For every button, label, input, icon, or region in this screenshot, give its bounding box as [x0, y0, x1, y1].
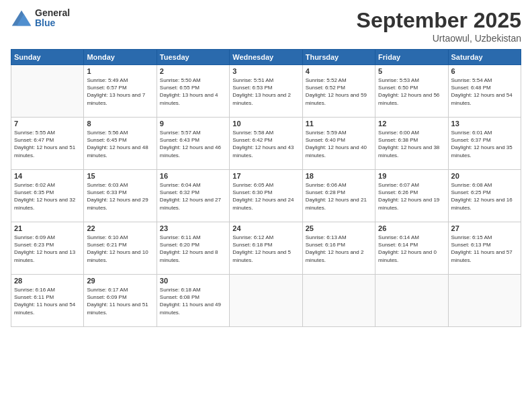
day-info: Sunrise: 5:57 AMSunset: 6:43 PMDaylight:…: [160, 129, 226, 159]
day-number: 8: [87, 120, 153, 128]
logo-blue: Blue: [35, 18, 70, 28]
day-number: 1: [87, 67, 153, 75]
day-info: Sunrise: 6:16 AMSunset: 6:11 PMDaylight:…: [14, 286, 81, 316]
day-info: Sunrise: 6:13 AMSunset: 6:16 PMDaylight:…: [306, 234, 372, 264]
calendar-cell: [230, 275, 302, 327]
day-info: Sunrise: 6:06 AMSunset: 6:28 PMDaylight:…: [306, 181, 372, 212]
calendar-cell: 11Sunrise: 5:59 AMSunset: 6:40 PMDayligh…: [302, 118, 375, 170]
calendar-cell: [11, 65, 84, 118]
calendar-cell: 19Sunrise: 6:07 AMSunset: 6:26 PMDayligh…: [375, 170, 448, 222]
day-info: Sunrise: 6:02 AMSunset: 6:35 PMDaylight:…: [14, 181, 81, 212]
day-number: 6: [451, 67, 518, 75]
day-info: Sunrise: 6:12 AMSunset: 6:18 PMDaylight:…: [232, 234, 299, 264]
logo-general: General: [35, 8, 70, 18]
header-day-sunday: Sunday: [11, 50, 84, 65]
month-title: September 2025: [357, 8, 521, 33]
day-number: 24: [232, 224, 299, 232]
calendar-cell: 20Sunrise: 6:08 AMSunset: 6:25 PMDayligh…: [448, 170, 521, 222]
calendar-cell: 27Sunrise: 6:15 AMSunset: 6:13 PMDayligh…: [448, 222, 521, 275]
logo-text: General Blue: [35, 8, 70, 29]
calendar-cell: 17Sunrise: 6:05 AMSunset: 6:30 PMDayligh…: [230, 170, 302, 222]
day-number: 25: [306, 224, 372, 232]
header-row-days: SundayMondayTuesdayWednesdayThursdayFrid…: [11, 50, 521, 65]
calendar-table: SundayMondayTuesdayWednesdayThursdayFrid…: [11, 49, 521, 327]
day-info: Sunrise: 5:59 AMSunset: 6:40 PMDaylight:…: [306, 129, 372, 159]
header-day-tuesday: Tuesday: [157, 50, 229, 65]
calendar-cell: [302, 275, 375, 327]
header-day-friday: Friday: [375, 50, 448, 65]
day-number: 7: [14, 120, 81, 128]
day-info: Sunrise: 6:10 AMSunset: 6:21 PMDaylight:…: [87, 234, 153, 264]
day-number: 23: [160, 224, 226, 232]
logo: General Blue: [11, 8, 70, 29]
calendar-cell: 24Sunrise: 6:12 AMSunset: 6:18 PMDayligh…: [230, 222, 302, 275]
calendar-cell: 15Sunrise: 6:03 AMSunset: 6:33 PMDayligh…: [84, 170, 157, 222]
day-info: Sunrise: 5:54 AMSunset: 6:48 PMDaylight:…: [451, 77, 518, 107]
day-number: 15: [87, 172, 153, 180]
calendar-cell: 3Sunrise: 5:51 AMSunset: 6:53 PMDaylight…: [230, 65, 302, 118]
calendar-cell: 29Sunrise: 6:17 AMSunset: 6:09 PMDayligh…: [84, 275, 157, 327]
calendar-week-0: 1Sunrise: 5:49 AMSunset: 6:57 PMDaylight…: [11, 65, 521, 118]
day-info: Sunrise: 5:53 AMSunset: 6:50 PMDaylight:…: [378, 77, 445, 107]
calendar-cell: [375, 275, 448, 327]
day-info: Sunrise: 6:00 AMSunset: 6:38 PMDaylight:…: [378, 129, 445, 159]
day-number: 28: [14, 277, 81, 285]
calendar-cell: 14Sunrise: 6:02 AMSunset: 6:35 PMDayligh…: [11, 170, 84, 222]
calendar-cell: 30Sunrise: 6:18 AMSunset: 6:08 PMDayligh…: [157, 275, 229, 327]
day-number: 10: [232, 120, 299, 128]
day-info: Sunrise: 5:49 AMSunset: 6:57 PMDaylight:…: [87, 77, 153, 107]
calendar-cell: 16Sunrise: 6:04 AMSunset: 6:32 PMDayligh…: [157, 170, 229, 222]
calendar-cell: 2Sunrise: 5:50 AMSunset: 6:55 PMDaylight…: [157, 65, 229, 118]
day-info: Sunrise: 5:55 AMSunset: 6:47 PMDaylight:…: [14, 129, 81, 159]
day-number: 30: [160, 277, 226, 285]
day-info: Sunrise: 5:50 AMSunset: 6:55 PMDaylight:…: [160, 77, 226, 107]
location: Urtaowul, Uzbekistan: [357, 33, 521, 44]
header-day-saturday: Saturday: [448, 50, 521, 65]
calendar-cell: 4Sunrise: 5:52 AMSunset: 6:52 PMDaylight…: [302, 65, 375, 118]
calendar-cell: [448, 275, 521, 327]
day-number: 19: [378, 172, 445, 180]
calendar-cell: 10Sunrise: 5:58 AMSunset: 6:42 PMDayligh…: [230, 118, 302, 170]
day-number: 22: [87, 224, 153, 232]
calendar-cell: 26Sunrise: 6:14 AMSunset: 6:14 PMDayligh…: [375, 222, 448, 275]
calendar-cell: 23Sunrise: 6:11 AMSunset: 6:20 PMDayligh…: [157, 222, 229, 275]
day-number: 29: [87, 277, 153, 285]
day-info: Sunrise: 6:11 AMSunset: 6:20 PMDaylight:…: [160, 234, 226, 264]
day-number: 14: [14, 172, 81, 180]
calendar-week-2: 14Sunrise: 6:02 AMSunset: 6:35 PMDayligh…: [11, 170, 521, 222]
day-number: 11: [306, 120, 372, 128]
day-number: 12: [378, 120, 445, 128]
calendar-cell: 21Sunrise: 6:09 AMSunset: 6:23 PMDayligh…: [11, 222, 84, 275]
calendar-cell: 12Sunrise: 6:00 AMSunset: 6:38 PMDayligh…: [375, 118, 448, 170]
header-day-thursday: Thursday: [302, 50, 375, 65]
day-info: Sunrise: 5:58 AMSunset: 6:42 PMDaylight:…: [232, 129, 299, 159]
day-info: Sunrise: 6:15 AMSunset: 6:13 PMDaylight:…: [451, 234, 518, 264]
calendar-cell: 5Sunrise: 5:53 AMSunset: 6:50 PMDaylight…: [375, 65, 448, 118]
calendar-body: 1Sunrise: 5:49 AMSunset: 6:57 PMDaylight…: [11, 65, 521, 327]
day-number: 21: [14, 224, 81, 232]
calendar-cell: 22Sunrise: 6:10 AMSunset: 6:21 PMDayligh…: [84, 222, 157, 275]
calendar-header: SundayMondayTuesdayWednesdayThursdayFrid…: [11, 50, 521, 65]
day-number: 26: [378, 224, 445, 232]
day-number: 9: [160, 120, 226, 128]
day-info: Sunrise: 6:17 AMSunset: 6:09 PMDaylight:…: [87, 286, 153, 316]
calendar-cell: 9Sunrise: 5:57 AMSunset: 6:43 PMDaylight…: [157, 118, 229, 170]
day-info: Sunrise: 6:18 AMSunset: 6:08 PMDaylight:…: [160, 286, 226, 316]
calendar-cell: 28Sunrise: 6:16 AMSunset: 6:11 PMDayligh…: [11, 275, 84, 327]
page: General Blue September 2025 Urtaowul, Uz…: [0, 0, 532, 411]
day-info: Sunrise: 6:03 AMSunset: 6:33 PMDaylight:…: [87, 181, 153, 212]
calendar-cell: 6Sunrise: 5:54 AMSunset: 6:48 PMDaylight…: [448, 65, 521, 118]
day-number: 16: [160, 172, 226, 180]
day-number: 13: [451, 120, 518, 128]
day-info: Sunrise: 6:07 AMSunset: 6:26 PMDaylight:…: [378, 181, 445, 212]
calendar-cell: 18Sunrise: 6:06 AMSunset: 6:28 PMDayligh…: [302, 170, 375, 222]
day-info: Sunrise: 6:14 AMSunset: 6:14 PMDaylight:…: [378, 234, 445, 264]
day-info: Sunrise: 6:01 AMSunset: 6:37 PMDaylight:…: [451, 129, 518, 159]
day-number: 17: [232, 172, 299, 180]
day-info: Sunrise: 6:05 AMSunset: 6:30 PMDaylight:…: [232, 181, 299, 212]
title-block: September 2025 Urtaowul, Uzbekistan: [357, 8, 521, 44]
header-day-wednesday: Wednesday: [230, 50, 302, 65]
logo-icon: [11, 9, 32, 28]
day-number: 4: [306, 67, 372, 75]
day-info: Sunrise: 6:08 AMSunset: 6:25 PMDaylight:…: [451, 181, 518, 212]
